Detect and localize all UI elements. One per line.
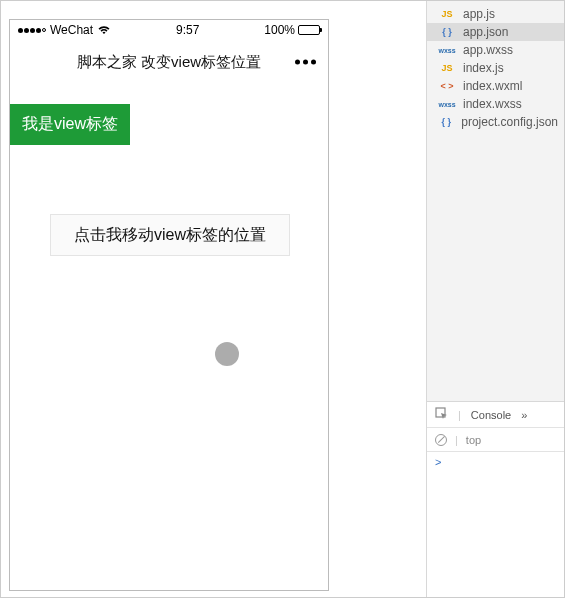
file-name: project.config.json: [461, 115, 558, 129]
file-item[interactable]: { }project.config.json: [427, 113, 564, 131]
battery-percent: 100%: [264, 23, 295, 37]
nav-bar: 脚本之家 改变view标签位置: [10, 40, 328, 84]
move-view-button[interactable]: 点击我移动view标签的位置: [50, 214, 290, 256]
wxml-file-icon: < >: [437, 81, 457, 91]
clear-console-icon[interactable]: [435, 434, 447, 446]
json-file-icon: { }: [437, 117, 455, 127]
divider: |: [458, 409, 461, 421]
inspect-icon[interactable]: [435, 407, 448, 422]
simulator-pane: WeChat 9:57 100% 脚本之家 改变view标签位置 我是view标…: [1, 1, 426, 597]
js-file-icon: JS: [437, 63, 457, 73]
more-icon[interactable]: [295, 60, 316, 65]
json-file-icon: { }: [437, 27, 457, 37]
battery-icon: [298, 25, 320, 35]
touch-indicator-icon: [215, 342, 239, 366]
signal-dots-icon: [18, 28, 46, 33]
file-name: index.wxss: [463, 97, 522, 111]
wifi-icon: [97, 25, 111, 35]
file-name: app.json: [463, 25, 508, 39]
divider: |: [455, 434, 458, 446]
file-item[interactable]: wxssindex.wxss: [427, 95, 564, 113]
console-panel: | Console » | top >: [427, 401, 564, 597]
wxss-file-icon: wxss: [437, 101, 457, 108]
carrier-label: WeChat: [50, 23, 93, 37]
file-name: app.wxss: [463, 43, 513, 57]
status-bar: WeChat 9:57 100%: [10, 20, 328, 40]
wxss-file-icon: wxss: [437, 47, 457, 54]
clock: 9:57: [176, 23, 199, 37]
console-prompt[interactable]: >: [427, 452, 564, 472]
file-item[interactable]: JSindex.js: [427, 59, 564, 77]
file-name: index.wxml: [463, 79, 522, 93]
file-item[interactable]: JSapp.js: [427, 5, 564, 23]
console-scope[interactable]: top: [466, 434, 481, 446]
file-item[interactable]: < >index.wxml: [427, 77, 564, 95]
app-viewport: 我是view标签 点击我移动view标签的位置: [10, 84, 328, 590]
js-file-icon: JS: [437, 9, 457, 19]
file-name: app.js: [463, 7, 495, 21]
file-explorer: JSapp.js{ }app.jsonwxssapp.wxssJSindex.j…: [427, 1, 564, 401]
file-item[interactable]: wxssapp.wxss: [427, 41, 564, 59]
tab-console[interactable]: Console: [471, 409, 511, 421]
file-item[interactable]: { }app.json: [427, 23, 564, 41]
page-title: 脚本之家 改变view标签位置: [77, 53, 261, 72]
file-name: index.js: [463, 61, 504, 75]
view-tag: 我是view标签: [10, 104, 130, 145]
phone-frame: WeChat 9:57 100% 脚本之家 改变view标签位置 我是view标…: [9, 19, 329, 591]
more-tabs-icon[interactable]: »: [521, 409, 527, 421]
